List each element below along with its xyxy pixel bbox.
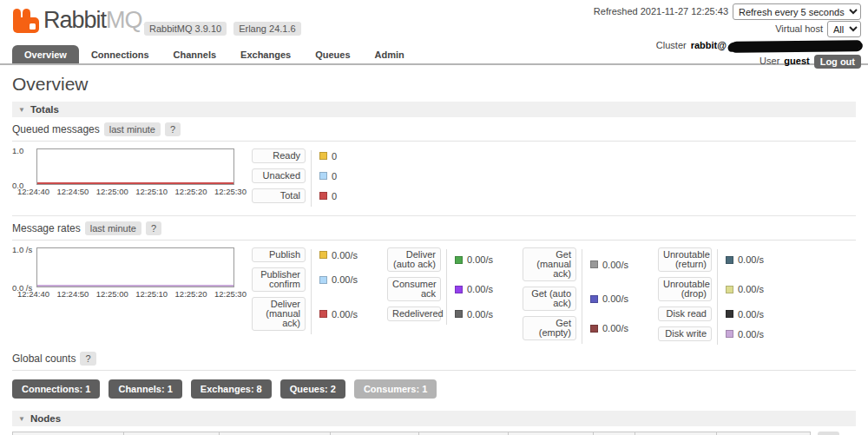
total-value: 0 — [332, 191, 337, 201]
rabbitmq-logo-icon — [12, 8, 40, 34]
get-auto-swatch — [590, 295, 598, 303]
legend-label-ready: Ready — [252, 148, 306, 163]
virtual-host-select[interactable]: All — [827, 21, 861, 37]
rates-plot-area — [36, 247, 234, 287]
tab-channels[interactable]: Channels — [161, 45, 229, 63]
nodes-header-row: Name File descriptors? Socket descriptor… — [13, 432, 811, 435]
user-label: User — [760, 54, 779, 69]
refresh-interval-select[interactable]: Refresh every 5 seconds — [733, 3, 861, 20]
legend-row-ready: Ready 0 — [252, 148, 378, 163]
redelivered-value: 0.00/s — [467, 309, 493, 320]
virtual-host-label: Virtual host — [775, 22, 823, 36]
rates-legend-col-1: Publish 0.00/s Publisher confirm 0.00/s … — [252, 247, 378, 336]
legend-label-consumer-ack: Consumer ack — [387, 277, 441, 301]
rates-legend-col-3: Get (manual ack) 0.00/s Get (auto ack) 0… — [523, 247, 649, 346]
get-manual-value: 0.00/s — [602, 260, 628, 270]
get-auto-value: 0.00/s — [602, 293, 628, 304]
global-counts-help-icon[interactable]: ? — [80, 352, 95, 366]
queued-y-max: 1.0 — [12, 146, 23, 155]
tab-connections[interactable]: Connections — [79, 45, 161, 63]
unacked-value: 0 — [332, 171, 337, 181]
brand-logo: Rabbit MQ TM — [12, 7, 154, 34]
global-counts-title-row: Global counts ? — [12, 346, 856, 371]
x-tick: 12:25:20 — [175, 289, 207, 299]
legend-label-unroutable-drop: Unroutable (drop) — [658, 277, 712, 301]
section-totals-title: Totals — [30, 104, 59, 115]
user-name: guest — [784, 54, 809, 69]
legend-label-publish: Publish — [252, 247, 306, 262]
legend-row-unacked: Unacked 0 — [252, 168, 378, 183]
redelivered-swatch — [455, 310, 463, 318]
nodes-table: Name File descriptors? Socket descriptor… — [12, 432, 811, 435]
page-title: Overview — [12, 74, 856, 95]
unroutable-return-value: 0.00/s — [738, 254, 764, 265]
rates-chart: 1.0 /s 0.0 /s 12:24:40 12:24:50 12:25:00… — [12, 247, 252, 299]
columns-expander-button[interactable]: +/- — [818, 432, 839, 435]
consumers-count-button[interactable]: Consumers: 1 — [354, 379, 437, 399]
collapse-triangle-icon: ▼ — [18, 415, 25, 423]
tab-exchanges[interactable]: Exchanges — [228, 45, 303, 63]
section-totals[interactable]: ▼ Totals — [12, 102, 856, 117]
queued-x-axis: 12:24:40 12:24:50 12:25:00 12:25:10 12:2… — [17, 187, 247, 196]
tab-overview[interactable]: Overview — [12, 45, 79, 63]
legend-label-unacked: Unacked — [252, 168, 306, 183]
erlang-version-badge: Erlang 24.1.6 — [233, 22, 300, 36]
queues-count-button[interactable]: Queues: 2 — [280, 379, 345, 399]
cluster-name: rabbit@ — [691, 38, 727, 53]
rates-help-icon[interactable]: ? — [146, 221, 161, 235]
disk-read-value: 0.00/s — [738, 309, 764, 320]
section-nodes-title: Nodes — [30, 413, 61, 424]
logout-button[interactable]: Log out — [814, 55, 861, 69]
x-tick: 12:25:00 — [96, 187, 128, 196]
col-memory: Memory? — [419, 432, 509, 435]
deliver-manual-value: 0.00/s — [332, 309, 358, 320]
nodes-table-wrap: Name File descriptors? Socket descriptor… — [12, 432, 856, 435]
x-tick: 12:25:30 — [214, 187, 247, 196]
queued-range-badge[interactable]: last minute — [104, 122, 161, 136]
global-counts-buttons: Connections: 1 Channels: 1 Exchanges: 8 … — [12, 379, 856, 399]
col-reset-stats: Reset stats — [717, 432, 811, 435]
legend-label-get-empty: Get (empty) — [523, 316, 576, 340]
section-nodes[interactable]: ▼ Nodes — [12, 411, 856, 426]
channels-count-button[interactable]: Channels: 1 — [108, 379, 181, 399]
exchanges-count-button[interactable]: Exchanges: 8 — [191, 379, 272, 399]
connections-count-button[interactable]: Connections: 1 — [12, 379, 100, 399]
legend-label-deliver-auto: Deliver (auto ack) — [387, 247, 441, 272]
brand-name-secondary: MQ — [106, 7, 142, 34]
legend-label-total: Total — [252, 188, 306, 203]
legend-label-unroutable-return: Unroutable (return) — [658, 247, 712, 272]
rates-series-line — [37, 285, 233, 287]
queued-plot-area — [36, 148, 234, 185]
queued-help-icon[interactable]: ? — [165, 122, 181, 136]
tab-admin[interactable]: Admin — [363, 45, 417, 63]
rates-range-badge[interactable]: last minute — [85, 221, 141, 235]
publish-value: 0.00/s — [332, 250, 358, 260]
rabbitmq-overview-page: Rabbit MQ TM RabbitMQ 3.9.10 Erlang 24.1… — [0, 0, 868, 435]
col-uptime: Uptime — [593, 432, 635, 435]
disk-read-swatch — [726, 310, 733, 318]
x-tick: 12:25:30 — [214, 289, 247, 299]
top-bar: Rabbit MQ TM RabbitMQ 3.9.10 Erlang 24.1… — [0, 0, 868, 45]
unacked-swatch — [319, 172, 327, 180]
x-tick: 12:24:50 — [56, 289, 89, 299]
legend-label-deliver-manual: Deliver (manual ack) — [252, 297, 306, 331]
consumer-ack-value: 0.00/s — [467, 284, 493, 294]
main-content: Overview ▼ Totals Queued messages last m… — [0, 74, 868, 435]
deliver-auto-swatch — [455, 256, 463, 264]
rabbitmq-version-badge: RabbitMQ 3.9.10 — [144, 22, 227, 36]
unroutable-drop-value: 0.00/s — [738, 284, 764, 294]
tab-queues[interactable]: Queues — [303, 45, 362, 63]
queued-messages-block: 1.0 0.0 12:24:40 12:24:50 12:25:00 12:25… — [12, 148, 856, 208]
ready-swatch — [319, 152, 327, 160]
rates-legend-col-2: Deliver (auto ack) 0.00/s Consumer ack 0… — [387, 247, 514, 326]
rates-y-max: 1.0 /s — [12, 245, 32, 254]
get-empty-value: 0.00/s — [602, 323, 628, 333]
x-tick: 12:24:50 — [56, 187, 89, 196]
col-file-descriptors: File descriptors? — [124, 432, 220, 435]
col-disk-space: Disk space — [509, 432, 594, 435]
legend-row-total: Total 0 — [252, 188, 378, 203]
deliver-manual-swatch — [319, 310, 327, 318]
legend-label-publisher-confirm: Publisher confirm — [252, 267, 306, 292]
message-rates-title-row: Message rates last minute ? — [12, 216, 856, 241]
deliver-auto-value: 0.00/s — [467, 254, 493, 265]
